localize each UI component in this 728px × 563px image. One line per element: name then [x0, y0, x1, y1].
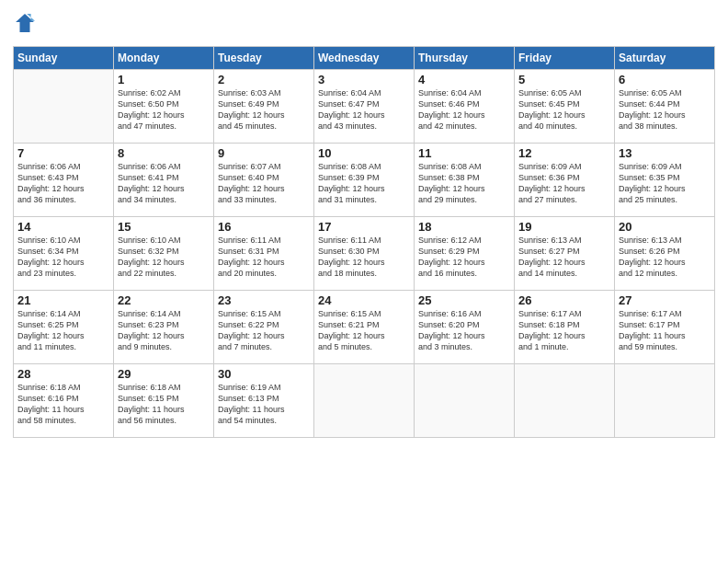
- day-info: Sunrise: 6:14 AMSunset: 6:25 PMDaylight:…: [17, 308, 109, 353]
- day-info: Sunrise: 6:14 AMSunset: 6:23 PMDaylight:…: [118, 308, 210, 353]
- day-number: 22: [118, 293, 210, 307]
- calendar-cell-w3d0: 21Sunrise: 6:14 AMSunset: 6:25 PMDayligh…: [14, 291, 114, 364]
- day-info: Sunrise: 6:13 AMSunset: 6:26 PMDaylight:…: [619, 235, 711, 280]
- calendar-cell-w4d6: [615, 364, 715, 438]
- calendar-cell-w0d5: 5Sunrise: 6:05 AMSunset: 6:45 PMDaylight…: [515, 70, 615, 144]
- calendar-cell-w1d1: 8Sunrise: 6:06 AMSunset: 6:41 PMDaylight…: [114, 144, 214, 217]
- day-info: Sunrise: 6:09 AMSunset: 6:35 PMDaylight:…: [619, 161, 711, 206]
- day-info: Sunrise: 6:03 AMSunset: 6:49 PMDaylight:…: [218, 87, 310, 132]
- day-header-thursday: Thursday: [415, 47, 515, 70]
- day-number: 30: [218, 367, 310, 381]
- day-number: 11: [418, 146, 510, 160]
- day-number: 23: [218, 293, 310, 307]
- calendar-cell-w4d3: [314, 364, 415, 438]
- day-header-saturday: Saturday: [615, 47, 715, 70]
- day-number: 12: [518, 146, 610, 160]
- calendar-cell-w3d1: 22Sunrise: 6:14 AMSunset: 6:23 PMDayligh…: [114, 291, 214, 364]
- calendar-cell-w2d4: 18Sunrise: 6:12 AMSunset: 6:29 PMDayligh…: [415, 217, 515, 291]
- calendar-cell-w1d4: 11Sunrise: 6:08 AMSunset: 6:38 PMDayligh…: [415, 144, 515, 217]
- day-info: Sunrise: 6:15 AMSunset: 6:21 PMDaylight:…: [318, 308, 410, 353]
- day-info: Sunrise: 6:16 AMSunset: 6:20 PMDaylight:…: [418, 308, 510, 353]
- calendar-cell-w2d3: 17Sunrise: 6:11 AMSunset: 6:30 PMDayligh…: [314, 217, 415, 291]
- day-info: Sunrise: 6:04 AMSunset: 6:47 PMDaylight:…: [318, 87, 410, 132]
- day-number: 6: [619, 73, 711, 86]
- day-info: Sunrise: 6:07 AMSunset: 6:40 PMDaylight:…: [218, 161, 310, 206]
- calendar-cell-w0d1: 1Sunrise: 6:02 AMSunset: 6:50 PMDaylight…: [114, 70, 214, 144]
- day-info: Sunrise: 6:02 AMSunset: 6:50 PMDaylight:…: [118, 87, 210, 132]
- day-number: 25: [418, 293, 510, 307]
- day-number: 2: [218, 73, 310, 86]
- day-info: Sunrise: 6:08 AMSunset: 6:39 PMDaylight:…: [318, 161, 410, 206]
- day-number: 1: [118, 73, 210, 86]
- day-number: 21: [17, 293, 109, 307]
- day-header-friday: Friday: [515, 47, 615, 70]
- day-info: Sunrise: 6:13 AMSunset: 6:27 PMDaylight:…: [518, 235, 610, 280]
- calendar-cell-w1d5: 12Sunrise: 6:09 AMSunset: 6:36 PMDayligh…: [515, 144, 615, 217]
- day-number: 27: [619, 293, 711, 307]
- day-info: Sunrise: 6:11 AMSunset: 6:31 PMDaylight:…: [218, 235, 310, 280]
- svg-marker-0: [16, 14, 34, 32]
- calendar-cell-w0d0: [14, 70, 114, 144]
- day-info: Sunrise: 6:11 AMSunset: 6:30 PMDaylight:…: [318, 235, 410, 280]
- day-info: Sunrise: 6:04 AMSunset: 6:46 PMDaylight:…: [418, 87, 510, 132]
- calendar-cell-w3d3: 24Sunrise: 6:15 AMSunset: 6:21 PMDayligh…: [314, 291, 415, 364]
- day-info: Sunrise: 6:06 AMSunset: 6:41 PMDaylight:…: [118, 161, 210, 206]
- calendar-cell-w2d0: 14Sunrise: 6:10 AMSunset: 6:34 PMDayligh…: [14, 217, 114, 291]
- calendar-cell-w2d5: 19Sunrise: 6:13 AMSunset: 6:27 PMDayligh…: [515, 217, 615, 291]
- calendar-cell-w2d1: 15Sunrise: 6:10 AMSunset: 6:32 PMDayligh…: [114, 217, 214, 291]
- day-info: Sunrise: 6:18 AMSunset: 6:16 PMDaylight:…: [17, 382, 109, 427]
- day-info: Sunrise: 6:10 AMSunset: 6:34 PMDaylight:…: [17, 235, 109, 280]
- day-info: Sunrise: 6:19 AMSunset: 6:13 PMDaylight:…: [218, 382, 310, 427]
- day-number: 16: [218, 220, 310, 234]
- day-header-sunday: Sunday: [14, 47, 114, 70]
- calendar-cell-w3d2: 23Sunrise: 6:15 AMSunset: 6:22 PMDayligh…: [214, 291, 314, 364]
- calendar-cell-w3d4: 25Sunrise: 6:16 AMSunset: 6:20 PMDayligh…: [415, 291, 515, 364]
- day-number: 20: [619, 220, 711, 234]
- calendar-cell-w0d4: 4Sunrise: 6:04 AMSunset: 6:46 PMDaylight…: [415, 70, 515, 144]
- day-number: 9: [218, 146, 310, 160]
- calendar-cell-w4d5: [515, 364, 615, 438]
- logo: [13, 13, 35, 39]
- calendar-cell-w0d6: 6Sunrise: 6:05 AMSunset: 6:44 PMDaylight…: [615, 70, 715, 144]
- day-info: Sunrise: 6:17 AMSunset: 6:17 PMDaylight:…: [619, 308, 711, 353]
- calendar-cell-w0d3: 3Sunrise: 6:04 AMSunset: 6:47 PMDaylight…: [314, 70, 415, 144]
- day-number: 28: [17, 367, 109, 381]
- day-info: Sunrise: 6:05 AMSunset: 6:45 PMDaylight:…: [518, 87, 610, 132]
- calendar-cell-w2d6: 20Sunrise: 6:13 AMSunset: 6:26 PMDayligh…: [615, 217, 715, 291]
- day-number: 29: [118, 367, 210, 381]
- day-info: Sunrise: 6:09 AMSunset: 6:36 PMDaylight:…: [518, 161, 610, 206]
- calendar-cell-w1d0: 7Sunrise: 6:06 AMSunset: 6:43 PMDaylight…: [14, 144, 114, 217]
- calendar-cell-w3d6: 27Sunrise: 6:17 AMSunset: 6:17 PMDayligh…: [615, 291, 715, 364]
- day-number: 13: [619, 146, 711, 160]
- calendar-cell-w1d2: 9Sunrise: 6:07 AMSunset: 6:40 PMDaylight…: [214, 144, 314, 217]
- calendar-cell-w1d3: 10Sunrise: 6:08 AMSunset: 6:39 PMDayligh…: [314, 144, 415, 217]
- calendar-cell-w4d2: 30Sunrise: 6:19 AMSunset: 6:13 PMDayligh…: [214, 364, 314, 438]
- day-number: 26: [518, 293, 610, 307]
- day-info: Sunrise: 6:18 AMSunset: 6:15 PMDaylight:…: [118, 382, 210, 427]
- day-header-tuesday: Tuesday: [214, 47, 314, 70]
- day-number: 7: [17, 146, 109, 160]
- calendar-cell-w3d5: 26Sunrise: 6:17 AMSunset: 6:18 PMDayligh…: [515, 291, 615, 364]
- day-number: 8: [118, 146, 210, 160]
- day-header-monday: Monday: [114, 47, 214, 70]
- day-number: 3: [318, 73, 410, 86]
- calendar-table: SundayMondayTuesdayWednesdayThursdayFrid…: [13, 46, 715, 438]
- day-number: 4: [418, 73, 510, 86]
- calendar-cell-w4d1: 29Sunrise: 6:18 AMSunset: 6:15 PMDayligh…: [114, 364, 214, 438]
- day-info: Sunrise: 6:08 AMSunset: 6:38 PMDaylight:…: [418, 161, 510, 206]
- day-number: 24: [318, 293, 410, 307]
- day-number: 5: [518, 73, 610, 86]
- day-number: 17: [318, 220, 410, 234]
- day-info: Sunrise: 6:10 AMSunset: 6:32 PMDaylight:…: [118, 235, 210, 280]
- day-number: 14: [17, 220, 109, 234]
- day-number: 19: [518, 220, 610, 234]
- calendar-cell-w4d4: [415, 364, 515, 438]
- day-info: Sunrise: 6:17 AMSunset: 6:18 PMDaylight:…: [518, 308, 610, 353]
- calendar-cell-w4d0: 28Sunrise: 6:18 AMSunset: 6:16 PMDayligh…: [14, 364, 114, 438]
- day-number: 10: [318, 146, 410, 160]
- calendar-cell-w2d2: 16Sunrise: 6:11 AMSunset: 6:31 PMDayligh…: [214, 217, 314, 291]
- calendar-cell-w1d6: 13Sunrise: 6:09 AMSunset: 6:35 PMDayligh…: [615, 144, 715, 217]
- day-info: Sunrise: 6:06 AMSunset: 6:43 PMDaylight:…: [17, 161, 109, 206]
- day-header-wednesday: Wednesday: [314, 47, 415, 70]
- day-number: 18: [418, 220, 510, 234]
